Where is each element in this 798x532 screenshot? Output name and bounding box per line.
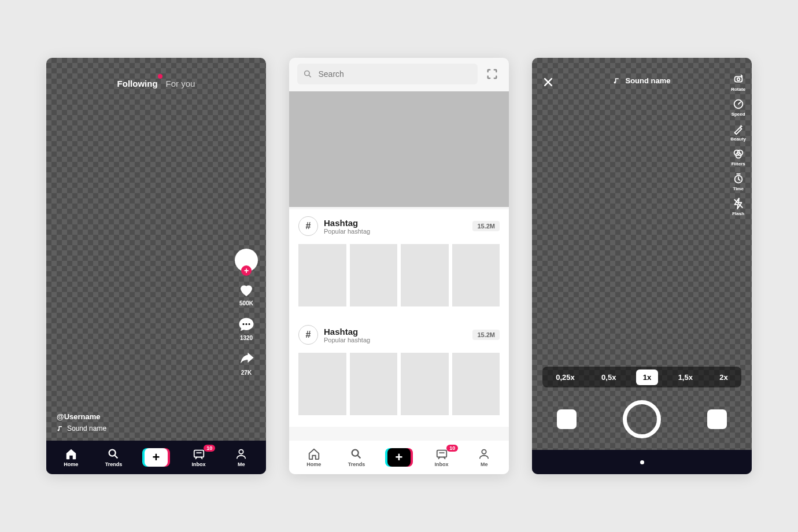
nav-me[interactable]: Me [220,448,263,467]
tool-speed[interactable]: Speed [732,98,745,117]
nav-create[interactable]: + [135,448,178,467]
nav-trends[interactable]: Trends [335,448,378,467]
hashtag-title: Hashtag [324,218,370,228]
follow-plus-icon[interactable]: + [241,265,252,276]
zoom-bar: 0,25x 0,5x 1x 1,5x 2x [542,367,741,387]
record-toolbar: Rotate Speed Beauty Filters Time Flash [730,73,746,216]
tool-flash-label: Flash [732,211,744,216]
discover-screen: # Hashtag Popular hashtag 15.2M # Hashta… [289,58,509,474]
video-thumbnail[interactable] [350,244,398,306]
svg-point-2 [249,323,250,325]
plus-icon: + [387,448,411,467]
svg-point-8 [305,71,309,76]
sound-picker[interactable]: Sound name [613,76,670,85]
feed-sound[interactable]: Sound name [57,424,106,433]
hashtag-thumbnails [298,353,500,415]
inbox-icon [435,448,448,460]
svg-rect-12 [437,450,446,457]
hashtag-header[interactable]: # Hashtag Popular hashtag 15.2M [298,325,500,345]
nav-home-label: Home [306,461,321,467]
hashtag-subtitle: Popular hashtag [324,337,370,343]
record-controls [532,400,752,438]
tool-beauty[interactable]: Beauty [730,123,746,142]
upload-button[interactable] [707,409,727,429]
record-screen: Sound name Rotate Speed Beauty Filters T… [532,58,752,474]
creator-avatar[interactable]: + [235,249,258,272]
svg-point-14 [482,450,486,454]
hashtag-header[interactable]: # Hashtag Popular hashtag 15.2M [298,216,500,236]
video-thumbnail[interactable] [350,353,398,415]
music-note-icon [57,425,64,432]
nav-inbox[interactable]: 10 Inbox [420,448,463,467]
nav-me-label: Me [238,461,245,467]
nav-me-label: Me [481,461,488,467]
like-button[interactable]: 500K [238,281,255,306]
tool-filters[interactable]: Filters [732,147,745,167]
feed-username[interactable]: @Username [57,412,106,421]
following-new-dot [158,74,162,79]
nav-trends[interactable]: Trends [93,448,135,467]
beauty-icon [732,123,745,135]
tab-foryou[interactable]: For you [166,79,195,88]
nav-home[interactable]: Home [293,448,335,467]
hashtag-title: Hashtag [324,327,370,337]
hashtag-thumbnails [298,244,500,306]
rotate-icon [732,73,745,86]
zoom-1x[interactable]: 1x [636,370,658,385]
bottom-nav: Home Trends + 10 Inbox Me [46,441,266,474]
comment-button[interactable]: 1320 [238,316,255,341]
effects-button[interactable] [557,409,577,429]
tab-following[interactable]: Following [117,79,158,88]
nav-inbox[interactable]: 10 Inbox [178,448,220,467]
heart-icon [238,281,255,298]
share-button[interactable]: 27K [238,350,255,376]
inbox-badge: 10 [446,445,458,452]
search-input[interactable] [317,69,472,79]
zoom-2x[interactable]: 2x [712,370,734,385]
tool-time[interactable]: Time [732,172,745,191]
home-icon [65,448,77,460]
create-button: + [142,448,170,467]
nav-home-label: Home [64,461,78,467]
filters-icon [732,147,745,160]
svg-point-18 [737,78,740,81]
svg-point-1 [246,323,247,325]
hashtag-subtitle: Popular hashtag [324,228,370,235]
create-button: + [385,448,413,467]
video-thumbnail[interactable] [401,353,449,415]
zoom-1.5x[interactable]: 1,5x [671,370,700,385]
home-feed-screen: Following For you + 500K 1320 27K @Usern… [46,58,266,474]
hashtag-icon: # [298,216,318,236]
comment-icon [238,316,255,333]
tool-rotate[interactable]: Rotate [731,73,745,92]
flash-icon [732,197,745,210]
tool-flash[interactable]: Flash [732,197,745,216]
inbox-badge: 10 [204,445,215,452]
hashtag-count: 15.2M [472,330,500,340]
video-thumbnail[interactable] [452,244,500,306]
video-thumbnail[interactable] [298,353,346,415]
svg-point-10 [352,450,359,456]
nav-create[interactable]: + [378,448,420,467]
hashtag-icon: # [298,325,318,345]
discover-banner[interactable] [289,91,509,207]
video-thumbnail[interactable] [401,244,449,306]
svg-line-4 [115,456,118,459]
zoom-0.5x[interactable]: 0,5x [594,370,623,385]
video-thumbnail[interactable] [452,353,500,415]
video-thumbnail[interactable] [298,244,346,306]
nav-inbox-label: Inbox [435,461,449,467]
search-icon [107,448,120,460]
nav-me[interactable]: Me [463,448,505,467]
search-box[interactable] [297,64,478,84]
person-icon [235,448,247,460]
nav-trends-label: Trends [348,461,365,467]
zoom-0.25x[interactable]: 0,25x [549,370,582,385]
svg-point-7 [239,450,243,454]
page-indicator-icon [640,460,644,464]
qr-scan-button[interactable] [483,68,501,80]
nav-trends-label: Trends [105,461,123,467]
sound-picker-label: Sound name [625,76,670,85]
shutter-button[interactable] [623,400,661,438]
nav-home[interactable]: Home [50,448,93,467]
